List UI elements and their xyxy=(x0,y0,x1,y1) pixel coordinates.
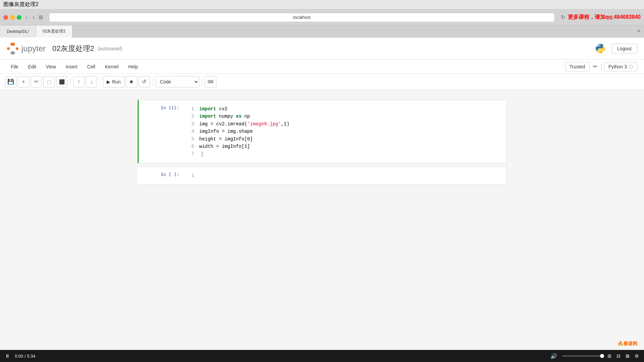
menu-bar: File Edit View Insert Cell Kernel Help T… xyxy=(0,60,644,74)
run-label: Run xyxy=(112,79,121,84)
toolbar-separator-4 xyxy=(202,78,202,86)
svg-point-5 xyxy=(601,52,602,53)
volume-icon[interactable]: 🔊 xyxy=(550,353,557,359)
copy-button[interactable]: ⬚ xyxy=(43,76,55,87)
cut-button[interactable]: ✂ xyxy=(31,76,42,87)
save-button[interactable]: 💾 xyxy=(5,76,16,87)
stop-icon: ■ xyxy=(130,79,133,85)
cell-1-content[interactable]: 1 import cv2 2 import numpy as np 3 img … xyxy=(182,100,506,163)
new-tab-button[interactable]: + xyxy=(634,28,644,35)
add-icon: + xyxy=(22,79,25,85)
menu-cell[interactable]: Cell xyxy=(83,62,99,71)
back-button[interactable]: ‹ xyxy=(24,13,29,22)
python-icon xyxy=(594,43,606,55)
time-display: 0:00 / 5:34 xyxy=(15,354,35,359)
notebook-title[interactable]: 02灰度处理2 xyxy=(52,44,94,54)
stop-button[interactable]: ■ xyxy=(126,76,137,87)
code-block-1[interactable]: 1 import cv2 2 import numpy as np 3 img … xyxy=(184,104,504,160)
address-bar[interactable]: localhost xyxy=(49,13,555,22)
logout-button[interactable]: Logout xyxy=(611,44,637,54)
promo-text: 更多课程，请加qq:484683840 xyxy=(568,14,641,21)
toolbar-separator-1 xyxy=(70,78,70,86)
paste-icon: ⬛ xyxy=(59,79,65,84)
add-cell-button[interactable]: + xyxy=(18,76,29,87)
menu-help[interactable]: Help xyxy=(124,62,142,71)
menu-kernel[interactable]: Kernel xyxy=(101,62,122,71)
edit-metadata-button[interactable]: ✏ xyxy=(591,62,599,71)
code-line-2-1: 1 xyxy=(187,172,501,179)
menu-view[interactable]: View xyxy=(42,62,60,71)
code-line-5: 5 height = imgInfo[0] xyxy=(187,135,501,143)
watermark: 🔥慕课网 xyxy=(618,341,637,347)
cell-2[interactable]: In [ ]: 1 xyxy=(138,167,506,185)
browser-chrome: ‹ › ⊞ localhost ↻ 更多课程，请加qq:484683840 xyxy=(0,9,644,25)
code-line-1: 1 import cv2 xyxy=(187,105,501,113)
cell-type-select[interactable]: Code Markdown Raw NBConvert Heading xyxy=(156,76,199,87)
title-bar: 图像灰度处理2 xyxy=(0,0,644,9)
code-line-4: 4 imgInfo = img.shape xyxy=(187,128,501,135)
code-line-2: 2 import numpy as np xyxy=(187,113,501,120)
cell-1-prompt: In [1]: xyxy=(139,100,182,163)
maximize-button[interactable] xyxy=(17,15,21,20)
tab-bar: Desktop/DL/ 02灰度处理2 + xyxy=(0,25,644,38)
tab-desktop[interactable]: Desktop/DL/ xyxy=(0,25,36,38)
kernel-status-circle xyxy=(629,65,633,69)
trusted-button[interactable]: Trusted xyxy=(565,62,590,71)
close-button[interactable] xyxy=(3,15,8,20)
jupyter-logo: jupyter xyxy=(7,43,46,55)
cell-1[interactable]: In [1]: 1 import cv2 2 import numpy as n… xyxy=(138,100,506,163)
cut-icon: ✂ xyxy=(34,78,39,85)
jupyter-wordmark: jupyter xyxy=(21,44,46,53)
status-icon-1[interactable]: ⊞ xyxy=(607,353,611,359)
code-line-3: 3 img = cv2.imread('image0.jpg',1) xyxy=(187,120,501,128)
restart-icon: ↺ xyxy=(142,78,146,85)
run-button[interactable]: ▶ Run xyxy=(103,76,124,87)
menu-insert[interactable]: Insert xyxy=(62,62,82,71)
status-icon-4[interactable]: ⚙ xyxy=(635,353,639,359)
refresh-button[interactable]: ↻ xyxy=(561,14,565,20)
code-line-6: 6 width = imgInfo[1] xyxy=(187,143,501,150)
menu-edit[interactable]: Edit xyxy=(24,62,40,71)
play-pause-button[interactable]: ⏸ xyxy=(5,353,10,359)
move-down-button[interactable]: ↓ xyxy=(86,76,97,87)
jupyter-actions: Logout xyxy=(594,43,637,55)
status-icon-2[interactable]: ⊟ xyxy=(616,353,621,359)
paste-button[interactable]: ⬛ xyxy=(56,76,67,87)
save-icon: 💾 xyxy=(7,78,14,85)
svg-point-0 xyxy=(10,43,15,46)
restart-button[interactable]: ↺ xyxy=(139,76,150,87)
code-line-7: 7 xyxy=(187,150,501,158)
traffic-lights xyxy=(3,15,21,20)
toolbar-separator-3 xyxy=(153,78,153,86)
main-content: In [1]: 1 import cv2 2 import numpy as n… xyxy=(0,90,644,350)
move-up-icon: ↑ xyxy=(77,79,80,85)
notebook: In [1]: 1 import cv2 2 import numpy as n… xyxy=(138,100,506,185)
status-icon-3[interactable]: ⊠ xyxy=(626,353,630,359)
toolbar-separator-2 xyxy=(100,78,100,86)
run-icon: ▶ xyxy=(107,79,110,84)
progress-thumb xyxy=(600,354,604,358)
minimize-button[interactable] xyxy=(10,15,15,20)
autosaved-label: (autosaved) xyxy=(98,46,122,51)
progress-bar[interactable] xyxy=(562,355,602,357)
svg-point-4 xyxy=(599,45,600,46)
forward-button[interactable]: › xyxy=(31,13,36,22)
keyboard-shortcuts-button[interactable]: ⌨ xyxy=(205,76,216,87)
cell-2-prompt: In [ ]: xyxy=(139,167,182,184)
tab-notebook[interactable]: 02灰度处理2 xyxy=(36,25,72,38)
kernel-indicator: Python 3 xyxy=(604,62,637,71)
toolbar: 💾 + ✂ ⬚ ⬛ ↑ ↓ ▶ Run ■ ↺ Code Markdown Ra… xyxy=(0,74,644,90)
move-up-button[interactable]: ↑ xyxy=(73,76,85,87)
jupyter-header: jupyter 02灰度处理2 (autosaved) Logout xyxy=(0,38,644,60)
title-bar-text: 图像灰度处理2 xyxy=(3,1,39,8)
move-down-icon: ↓ xyxy=(90,79,93,85)
copy-icon: ⬚ xyxy=(47,79,51,84)
status-bar: ⏸ 0:00 / 5:34 🔊 ⊞ ⊟ ⊠ ⚙ xyxy=(0,350,644,362)
menu-file[interactable]: File xyxy=(7,62,22,71)
kernel-name: Python 3 xyxy=(608,64,627,69)
svg-point-3 xyxy=(16,47,18,50)
code-block-2[interactable]: 1 xyxy=(184,170,504,181)
sidebar-button[interactable]: ⊞ xyxy=(39,14,43,20)
svg-point-1 xyxy=(10,51,15,55)
cell-2-content[interactable]: 1 xyxy=(182,167,506,184)
